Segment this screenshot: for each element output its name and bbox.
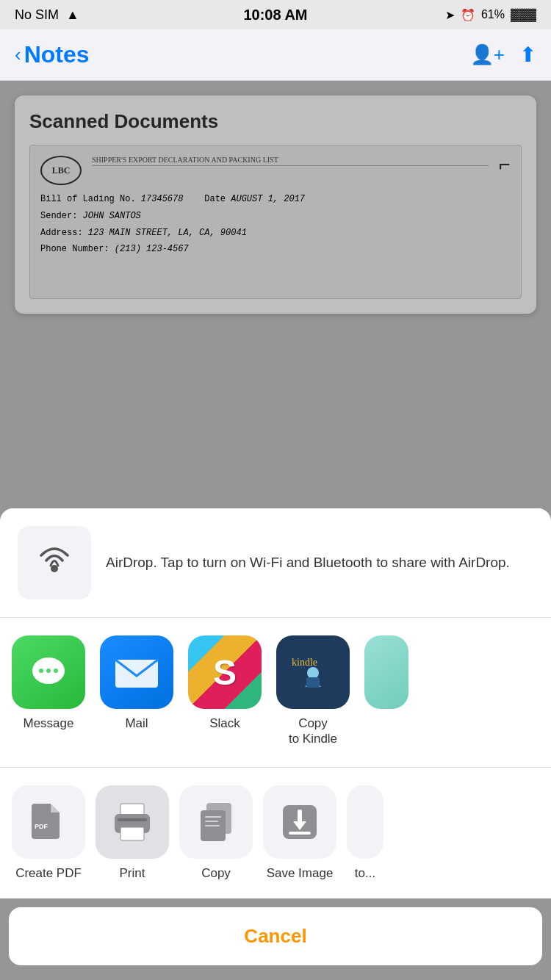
battery-icon: ▓▓▓ <box>511 8 536 21</box>
status-left: No SIM ▲ <box>15 7 79 23</box>
message-label: Message <box>24 716 74 731</box>
svg-point-0 <box>51 565 58 572</box>
app-item-kindle[interactable]: kindle Copyto Kindle <box>276 635 350 746</box>
status-right: ➤ ⏰ 61% ▓▓▓ <box>445 8 536 22</box>
app-item-message[interactable]: Message <box>12 635 85 746</box>
nav-actions: 👤+ ⬆ <box>470 43 536 67</box>
nav-bar: ‹ Notes 👤+ ⬆ <box>0 29 551 81</box>
apps-section: Message Mail S <box>0 618 551 768</box>
svg-point-3 <box>39 669 43 673</box>
kindle-label: Copyto Kindle <box>289 716 337 746</box>
action-item-copy[interactable]: Copy <box>179 785 253 881</box>
status-time: 10:08 AM <box>243 7 307 24</box>
action-item-create-pdf[interactable]: PDF Create PDF <box>12 785 85 881</box>
svg-rect-21 <box>205 821 218 822</box>
share-sheet: AirDrop. Tap to turn on Wi-Fi and Blueto… <box>0 508 551 980</box>
message-app-icon <box>12 635 85 709</box>
save-download-icon <box>278 801 321 843</box>
svg-rect-20 <box>205 816 221 818</box>
location-icon: ➤ <box>445 8 455 22</box>
svg-text:PDF: PDF <box>35 823 48 830</box>
kindle-app-icon: kindle <box>276 635 350 709</box>
action-item-more[interactable]: to... <box>347 785 383 881</box>
action-item-print[interactable]: Print <box>96 785 169 881</box>
app-item-more[interactable] <box>364 635 408 746</box>
more-actions-icon <box>347 785 383 859</box>
kindle-icon: kindle <box>287 646 339 698</box>
pdf-document-icon: PDF <box>29 801 68 843</box>
back-label: Notes <box>24 41 90 68</box>
mail-app-icon <box>100 635 173 709</box>
apps-row: Message Mail S <box>12 635 539 749</box>
airdrop-description: AirDrop. Tap to turn on Wi-Fi and Blueto… <box>106 552 510 574</box>
carrier-label: No SIM <box>15 7 59 23</box>
print-label: Print <box>120 866 145 881</box>
svg-rect-17 <box>118 818 147 821</box>
alarm-icon: ⏰ <box>461 8 475 22</box>
wifi-icon: ▲ <box>66 7 79 23</box>
message-bubble-icon <box>26 650 71 694</box>
more-actions-label: to... <box>355 866 375 881</box>
create-pdf-label: Create PDF <box>15 866 82 881</box>
svg-rect-22 <box>205 825 220 826</box>
mail-envelope-icon <box>112 654 161 691</box>
save-image-label: Save Image <box>267 866 334 881</box>
svg-point-8 <box>307 667 319 679</box>
svg-rect-9 <box>306 677 320 688</box>
copy-documents-icon <box>195 800 237 844</box>
save-image-icon <box>263 785 336 859</box>
airdrop-icon <box>32 541 76 585</box>
copy-label: Copy <box>201 866 231 881</box>
back-button[interactable]: ‹ Notes <box>15 41 90 68</box>
cancel-section: Cancel <box>9 907 542 965</box>
battery-label: 61% <box>481 8 505 21</box>
create-pdf-icon: PDF <box>12 785 85 859</box>
more-app-icon <box>364 635 408 709</box>
app-item-mail[interactable]: Mail <box>100 635 173 746</box>
slack-app-icon: S <box>188 635 262 709</box>
printer-icon <box>110 801 154 843</box>
actions-section: PDF Create PDF <box>0 768 551 898</box>
status-bar: No SIM ▲ 10:08 AM ➤ ⏰ 61% ▓▓▓ <box>0 0 551 29</box>
copy-icon <box>179 785 253 859</box>
cancel-button[interactable]: Cancel <box>9 907 542 965</box>
airdrop-icon-wrap <box>18 526 91 599</box>
airdrop-section[interactable]: AirDrop. Tap to turn on Wi-Fi and Blueto… <box>0 508 551 618</box>
share-icon[interactable]: ⬆ <box>519 43 536 67</box>
app-item-slack[interactable]: S Slack <box>188 635 262 746</box>
mail-label: Mail <box>125 716 148 731</box>
svg-text:kindle: kindle <box>292 657 317 668</box>
action-item-save-image[interactable]: Save Image <box>263 785 336 881</box>
chevron-left-icon: ‹ <box>15 43 21 66</box>
print-icon <box>96 785 169 859</box>
add-person-icon[interactable]: 👤+ <box>470 43 505 66</box>
share-panel: AirDrop. Tap to turn on Wi-Fi and Blueto… <box>0 508 551 898</box>
svg-rect-26 <box>289 832 311 835</box>
svg-rect-16 <box>120 827 144 840</box>
svg-point-5 <box>54 669 58 673</box>
slack-label: Slack <box>209 716 240 731</box>
svg-point-4 <box>46 669 51 673</box>
